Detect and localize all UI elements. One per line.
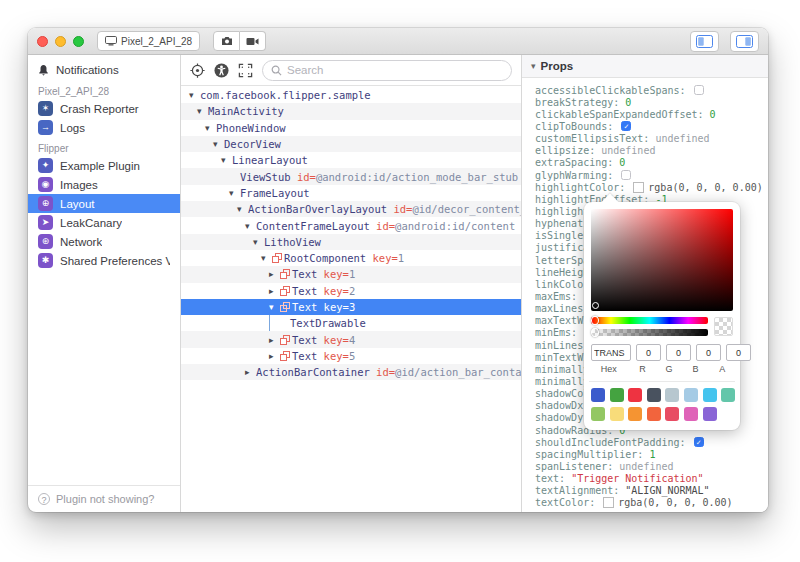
tree-node-lithoview[interactable]: ▾LithoView xyxy=(181,234,521,250)
chevron-right-icon[interactable]: ▸ xyxy=(269,351,280,361)
color-swatch[interactable] xyxy=(591,407,605,421)
tree-node-actionbaroverlaylayout-id-decor-content-parent[interactable]: ▾ActionBarOverlayLayout id=@id/decor_con… xyxy=(181,201,521,217)
chevron-down-icon[interactable]: ▾ xyxy=(245,221,256,231)
color-swatch[interactable] xyxy=(628,407,642,421)
chevron-right-icon[interactable]: ▸ xyxy=(269,269,280,279)
color-swatch[interactable] xyxy=(684,388,698,402)
props-section-header[interactable]: ▾ Props xyxy=(522,55,768,78)
chevron-down-icon[interactable]: ▾ xyxy=(261,253,272,263)
red-input[interactable] xyxy=(636,344,661,361)
sidebar-item-notifications[interactable]: Notifications xyxy=(28,60,180,80)
sidebar-item-network[interactable]: ⊛Network xyxy=(28,232,180,251)
sidebar-item-images[interactable]: ◉Images xyxy=(28,175,180,194)
hue-marker[interactable] xyxy=(591,316,599,325)
chevron-right-icon[interactable]: ▸ xyxy=(245,367,256,377)
prop-value: 0 xyxy=(625,97,631,108)
screenshot-button[interactable] xyxy=(213,31,240,51)
color-swatch[interactable] xyxy=(610,388,624,402)
tree-node-com-facebook-flipper-sample[interactable]: ▾com.facebook.flipper.sample xyxy=(181,87,521,103)
sidebar-item-example-plugin[interactable]: ✦Example Plugin xyxy=(28,156,180,175)
minimize-window-button[interactable] xyxy=(55,36,66,47)
tree-attr-value: 1 xyxy=(349,268,355,280)
chevron-down-icon[interactable]: ▾ xyxy=(221,155,232,165)
sidebar-item-label: Crash Reporter xyxy=(60,103,139,115)
checkbox-checked[interactable]: ✓ xyxy=(694,437,704,447)
tree-node-phonewindow[interactable]: ▾PhoneWindow xyxy=(181,120,521,136)
zoom-window-button[interactable] xyxy=(73,36,84,47)
search-input[interactable]: Search xyxy=(262,60,512,81)
color-swatch[interactable] xyxy=(665,388,679,402)
tree-attr-name: key= xyxy=(317,285,349,297)
tree-node-decorview[interactable]: ▾DecorView xyxy=(181,136,521,152)
sidebar-item-leakcanary[interactable]: ➤LeakCanary xyxy=(28,213,180,232)
chevron-right-icon[interactable]: ▸ xyxy=(269,286,280,296)
sidebar-item-crash-reporter[interactable]: ✶Crash Reporter xyxy=(28,99,180,118)
color-swatch[interactable] xyxy=(647,407,661,421)
chevron-down-icon[interactable]: ▾ xyxy=(229,188,240,198)
tree-node-name: ActionBarOverlayLayout xyxy=(248,203,387,215)
tree-node-text-1[interactable]: ▸Text key=1 xyxy=(181,266,521,282)
toggle-left-sidebar-button[interactable] xyxy=(690,31,719,52)
screen-record-button[interactable] xyxy=(240,31,266,51)
color-value-swatch[interactable] xyxy=(633,182,644,193)
chevron-right-icon[interactable]: ▸ xyxy=(269,335,280,345)
sidebar-item-label: LeakCanary xyxy=(60,217,122,229)
expand-corners-icon[interactable] xyxy=(238,63,253,78)
checkbox-unchecked[interactable] xyxy=(621,170,631,180)
saturation-gradient[interactable] xyxy=(591,209,733,311)
tree-node-textdrawable[interactable]: TextDrawable xyxy=(181,315,521,331)
color-swatch[interactable] xyxy=(647,388,661,402)
green-input[interactable] xyxy=(666,344,691,361)
close-window-button[interactable] xyxy=(37,36,48,47)
chevron-down-icon[interactable]: ▾ xyxy=(253,237,264,247)
chevron-down-icon[interactable]: ▾ xyxy=(197,106,208,116)
color-value-swatch[interactable] xyxy=(603,497,614,508)
tree-node-text-3[interactable]: ▾Text key=3 xyxy=(181,299,521,315)
checkbox-unchecked[interactable] xyxy=(694,85,704,95)
color-swatch[interactable] xyxy=(610,407,624,421)
tree-node-text-2[interactable]: ▸Text key=2 xyxy=(181,283,521,299)
checkbox-checked[interactable]: ✓ xyxy=(621,121,631,131)
alpha-slider[interactable] xyxy=(591,329,708,336)
chevron-down-icon[interactable]: ▾ xyxy=(213,139,224,149)
prop-value: rgba(0, 0, 0, 0.00) xyxy=(648,182,762,193)
tree-node-text-4[interactable]: ▸Text key=4 xyxy=(181,331,521,347)
hue-slider[interactable] xyxy=(591,317,708,324)
tree-node-framelayout[interactable]: ▾FrameLayout xyxy=(181,185,521,201)
device-selector-button[interactable]: Pixel_2_API_28 xyxy=(97,31,200,51)
sidebar-item-shared-preferences-viewer[interactable]: ✱Shared Preferences Viewer xyxy=(28,251,180,270)
blue-input[interactable] xyxy=(696,344,721,361)
alpha-input[interactable] xyxy=(726,344,751,361)
indent-guide-line xyxy=(269,315,270,331)
color-swatch[interactable] xyxy=(684,407,698,421)
accessibility-icon[interactable] xyxy=(214,63,229,78)
saturation-marker[interactable] xyxy=(592,302,599,309)
video-camera-icon xyxy=(246,37,259,46)
tree-node-viewstub-android-id-action-mode-bar-stub[interactable]: ViewStub id=@android:id/action_mode_bar_… xyxy=(181,168,521,184)
prop-row-shouldincludefontpadding: shouldIncludeFontPadding: ✓ xyxy=(535,436,768,448)
color-swatch[interactable] xyxy=(665,407,679,421)
plugin-not-showing-link[interactable]: ? Plugin not showing? xyxy=(28,485,180,512)
tree-node-rootcomponent-1[interactable]: ▾RootComponent key=1 xyxy=(181,250,521,266)
sidebar-item-logs[interactable]: →Logs xyxy=(28,118,180,137)
chevron-down-icon[interactable]: ▾ xyxy=(189,90,200,100)
target-inspect-icon[interactable] xyxy=(190,63,205,78)
color-swatch[interactable] xyxy=(703,388,717,402)
tree-node-mainactivity[interactable]: ▾MainActivity xyxy=(181,103,521,119)
chevron-down-icon[interactable]: ▾ xyxy=(205,123,216,133)
tree-node-contentframelayout-android-id-content[interactable]: ▾ContentFrameLayout id=@android:id/conte… xyxy=(181,217,521,233)
color-swatch[interactable] xyxy=(721,388,735,402)
tree-node-actionbarcontainer-id-action-bar-container[interactable]: ▸ActionBarContainer id=@id/action_bar_co… xyxy=(181,364,521,380)
tree-node-linearlayout[interactable]: ▾LinearLayout xyxy=(181,152,521,168)
color-swatch[interactable] xyxy=(703,407,717,421)
chevron-down-icon[interactable]: ▾ xyxy=(237,204,248,214)
toggle-right-sidebar-button[interactable] xyxy=(730,31,759,52)
chevron-down-icon[interactable]: ▾ xyxy=(269,302,280,312)
sidebar-item-layout[interactable]: ⊕Layout xyxy=(28,194,180,213)
color-swatch[interactable] xyxy=(591,388,605,402)
tree-node-text-5[interactable]: ▸Text key=5 xyxy=(181,348,521,364)
color-swatch[interactable] xyxy=(628,388,642,402)
hex-input[interactable] xyxy=(591,344,631,361)
layout-tree-panel: Search ▾com.facebook.flipper.sample▾Main… xyxy=(181,55,522,512)
alpha-marker[interactable] xyxy=(591,328,599,337)
